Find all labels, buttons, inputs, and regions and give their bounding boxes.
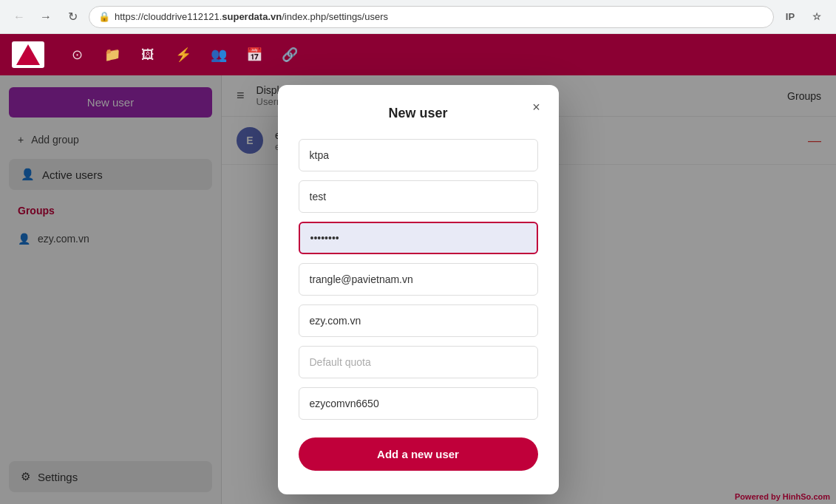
top-navbar: ⊙ 📁 🖼 ⚡ 👥 📅 🔗 <box>0 34 836 75</box>
logo-triangle <box>16 44 40 65</box>
shield-icon: 🔒 <box>98 11 110 22</box>
username-input[interactable] <box>299 180 538 213</box>
main-content: New user + Add group 👤 Active users Grou… <box>0 75 836 504</box>
back-button[interactable]: ← <box>9 7 30 27</box>
nav-image-icon[interactable]: 🖼 <box>136 43 160 67</box>
nav-icons: ⊙ 📁 🖼 ⚡ 👥 📅 🔗 <box>65 43 302 67</box>
modal-overlay: × New user Add a new user <box>0 75 836 504</box>
quota-input[interactable] <box>299 346 538 378</box>
nav-people-icon[interactable]: 👥 <box>207 43 231 67</box>
ip-button[interactable]: IP <box>780 7 801 27</box>
url-display: https://clouddrive112121.superdata.vn/in… <box>115 11 388 22</box>
forward-button[interactable]: → <box>35 7 56 27</box>
add-new-user-button[interactable]: Add a new user <box>299 437 538 471</box>
manager-input[interactable] <box>299 387 538 420</box>
new-user-modal: × New user Add a new user <box>278 85 559 494</box>
password-input[interactable] <box>299 222 538 254</box>
browser-chrome: ← → ↻ 🔒 https://clouddrive112121.superda… <box>0 0 836 34</box>
nav-lightning-icon[interactable]: ⚡ <box>171 43 195 67</box>
display-name-input[interactable] <box>299 139 538 171</box>
email-input[interactable] <box>299 263 538 296</box>
app-container: ⊙ 📁 🖼 ⚡ 👥 📅 🔗 New user + Add group 👤 Act… <box>0 34 836 504</box>
modal-title: New user <box>299 106 538 121</box>
nav-calendar-icon[interactable]: 📅 <box>242 43 266 67</box>
reload-button[interactable]: ↻ <box>62 7 83 27</box>
logo-image <box>12 41 44 68</box>
modal-close-button[interactable]: × <box>526 97 547 118</box>
bookmark-button[interactable]: ☆ <box>806 7 827 27</box>
nav-circle-icon[interactable]: ⊙ <box>65 43 89 67</box>
address-bar[interactable]: 🔒 https://clouddrive112121.superdata.vn/… <box>89 6 774 28</box>
group-input[interactable] <box>299 304 538 337</box>
browser-toolbar: IP ☆ <box>780 7 827 27</box>
logo-area <box>12 41 44 68</box>
nav-folder-icon[interactable]: 📁 <box>101 43 124 67</box>
nav-link-icon[interactable]: 🔗 <box>278 43 302 67</box>
